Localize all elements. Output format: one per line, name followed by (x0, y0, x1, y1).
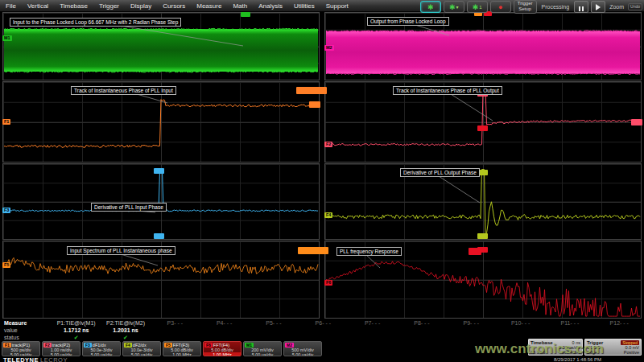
measure-header[interactable]: P4- - - (200, 319, 249, 327)
measure-value: 1.1712 ns (52, 327, 101, 334)
analysis-app-icon[interactable]: ✱ (420, 1, 441, 13)
trace-id-chip: F3 (84, 343, 92, 348)
descriptor-f1[interactable]: F1track(P1)500 ps/div5.00 µs/div (2, 341, 40, 356)
panel-label-f6: PLL frequency Response (336, 247, 402, 256)
marker-chip (296, 87, 327, 94)
trace-id-chip: F1 (3, 343, 11, 348)
trace-level-tag-m2[interactable]: M2 (324, 45, 334, 51)
pause-button[interactable] (574, 1, 588, 13)
measure-header[interactable]: P6- - - (299, 319, 348, 327)
trigger-slope: Positive (624, 350, 639, 355)
descriptor-row: F1track(P1)500 ps/div5.00 µs/divF2track(… (2, 341, 322, 356)
trigger-box[interactable]: TriggerStopped C1 DC0.0 mV EdgePositive (584, 339, 642, 356)
measure-value: 1.2031 ns (101, 327, 150, 334)
marker-chip (477, 125, 488, 131)
measure-header[interactable]: P11- - - (545, 319, 594, 327)
analysis-save-icon[interactable]: ✱▾ (444, 1, 464, 13)
measure-label: Measure (4, 319, 52, 327)
trace-level-tag-f6[interactable]: F6 (324, 280, 332, 286)
marker-chip (241, 12, 250, 17)
descriptor-f3[interactable]: F3dF1/dx50.0e-3/div5.00 µs/div (82, 341, 121, 356)
trace-name: track(P2) (52, 343, 70, 348)
timebase-title: Timebase (530, 340, 553, 345)
trace-id-chip: M1 (245, 343, 254, 348)
menu-display[interactable]: Display (125, 2, 157, 10)
trace-id-chip: F2 (43, 343, 52, 348)
record-icon[interactable]: ● (490, 1, 511, 13)
processing-status: Processing (539, 4, 572, 10)
panel-label-m2: Output from Phase Locked Loop (367, 17, 449, 26)
menu-file[interactable]: File (0, 2, 22, 10)
descriptor-f4[interactable]: F4dF2/dx10.0e-3/div5.00 µs/div (122, 341, 161, 356)
measure-header[interactable]: P8- - - (397, 319, 446, 327)
play-icon (596, 4, 601, 10)
trace-level-tag-f4[interactable]: F4 (324, 212, 332, 218)
descriptor-f6[interactable]: F6FFT(F4)5.00 dB/div1.00 MHz (203, 341, 242, 356)
measure-col-p1: P1:TIE@lv(M1)1.1712 ns✔ (52, 319, 101, 341)
play-button[interactable] (591, 1, 605, 13)
trace-id-chip: F6 (204, 343, 213, 348)
brand-teledyne: TELEDYNE (3, 356, 39, 362)
panel-label-f2: Track of Instantaneous Phase of PLL Outp… (393, 86, 502, 95)
trigger-kind: Edge (587, 350, 597, 355)
value-label: value (4, 327, 52, 334)
panel-label-f5: Input Spectrum of PLL Instantaneous phas… (67, 246, 175, 255)
trace-level-tag-f1[interactable]: F1 (2, 119, 10, 125)
timebase-box[interactable]: Timebase0 ns 5.00 µs/div 33.3 kS667 MS/s (528, 339, 583, 356)
menu-utilities[interactable]: Utilities (288, 2, 320, 10)
flower-icon: ✱ (473, 4, 479, 10)
trace-level-tag-f2[interactable]: F2 (324, 142, 332, 147)
menu-timebase[interactable]: Timebase (54, 2, 93, 10)
measure-header[interactable]: P1:TIE@lv(M1) (52, 319, 101, 327)
measure-col-p3: P3- - - (151, 319, 200, 341)
menu-math[interactable]: Math (227, 2, 253, 10)
datetime: 8/29/2017 1:48:56 PM (554, 357, 601, 362)
measure-columns: P1:TIE@lv(M1)1.1712 ns✔P2:TIE@lv(M2)1.20… (52, 319, 644, 341)
measure-col-p5: P5- - - (249, 319, 298, 341)
menu-cursors[interactable]: Cursors (157, 2, 191, 10)
horizontal-scale: 5.00 µs/div (244, 352, 281, 356)
descriptor-f2[interactable]: F2track(P2)1.00 ns/div5.00 µs/div (42, 341, 80, 356)
status-label: status (4, 334, 52, 341)
descriptor-top: F4dF2/dx (123, 342, 160, 348)
descriptor-m2[interactable]: M2500 mV/div5.00 µs/div (283, 341, 322, 356)
descriptor-top: M2 (284, 342, 321, 348)
panel-label-f4: Derivative of PLL Output Phase (400, 168, 480, 177)
flower-icon: ✱ (449, 4, 456, 10)
measure-header[interactable]: P5- - - (249, 319, 298, 327)
measure-table: Measure value status P1:TIE@lv(M1)1.1712… (0, 319, 644, 341)
measure-col-p8: P8- - - (397, 319, 446, 341)
measure-header[interactable]: P10- - - (496, 319, 545, 327)
trace-level-tag-f3[interactable]: F3 (2, 208, 10, 213)
marker-chip (298, 247, 328, 254)
horizontal-scale: 5.00 µs/div (123, 352, 160, 356)
menu-analysis[interactable]: Analysis (253, 2, 288, 10)
menu-support[interactable]: Support (320, 2, 354, 10)
descriptor-f5[interactable]: F5FFT(F3)5.00 dB/div1.00 MHz (163, 341, 201, 356)
measure-header[interactable]: P3- - - (151, 319, 200, 327)
descriptor-m1[interactable]: M1200 mV/div5.00 µs/div (243, 341, 282, 356)
panel-label-f3: Derivative of PLL Input Phase (91, 203, 167, 212)
marker-chip (477, 233, 488, 239)
measure-header[interactable]: P2:TIE@lv(M2) (101, 319, 150, 327)
trace-name: FFT(F4) (213, 343, 229, 348)
menu-vertical[interactable]: Vertical (22, 2, 54, 10)
flower-icon: ✱ (427, 4, 434, 10)
measure-header[interactable]: P9- - - (447, 319, 496, 327)
record-dot-icon: ● (498, 4, 502, 10)
trace-level-tag-m1[interactable]: M1 (2, 35, 12, 41)
menu-trigger[interactable]: Trigger (93, 2, 125, 10)
trigger-setup-button[interactable]: Trigger Setup (514, 0, 537, 14)
trace-level-tag-f5[interactable]: F5 (2, 262, 10, 268)
undo-button[interactable]: Undo (628, 3, 642, 10)
zoom-button[interactable]: Zoom (608, 4, 625, 10)
one-label: 1 (479, 4, 481, 10)
menu-measure[interactable]: Measure (191, 2, 227, 10)
trace-name: track(P1) (12, 343, 30, 348)
analysis-one-icon[interactable]: ✱1 (467, 1, 488, 13)
marker-chip (477, 247, 488, 253)
measure-header[interactable]: P7- - - (348, 319, 397, 327)
measure-header[interactable]: P12- - - (595, 319, 644, 327)
descriptor-top: F1track(P1) (2, 342, 39, 348)
descriptor-top: F5FFT(F3) (163, 342, 200, 348)
